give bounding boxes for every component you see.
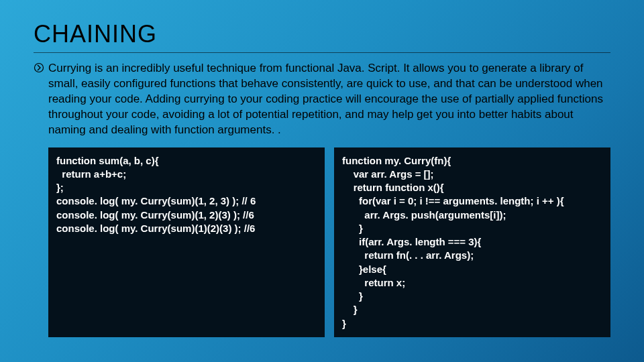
- body-row: Currying is an incredibly useful techniq…: [34, 61, 610, 138]
- slide-title: CHAINING: [34, 20, 610, 48]
- code-box-left: function sum(a, b, c){ return a+b+c; }; …: [48, 147, 325, 337]
- body-paragraph: Currying is an incredibly useful techniq…: [48, 61, 610, 138]
- title-rule: [34, 52, 610, 53]
- code-row: function sum(a, b, c){ return a+b+c; }; …: [34, 147, 610, 337]
- bullet-arrow-icon: [34, 61, 48, 77]
- svg-point-0: [35, 64, 44, 72]
- code-box-right: function my. Curry(fn){ var arr. Args = …: [334, 147, 610, 337]
- slide: CHAINING Currying is an incredibly usefu…: [0, 0, 644, 351]
